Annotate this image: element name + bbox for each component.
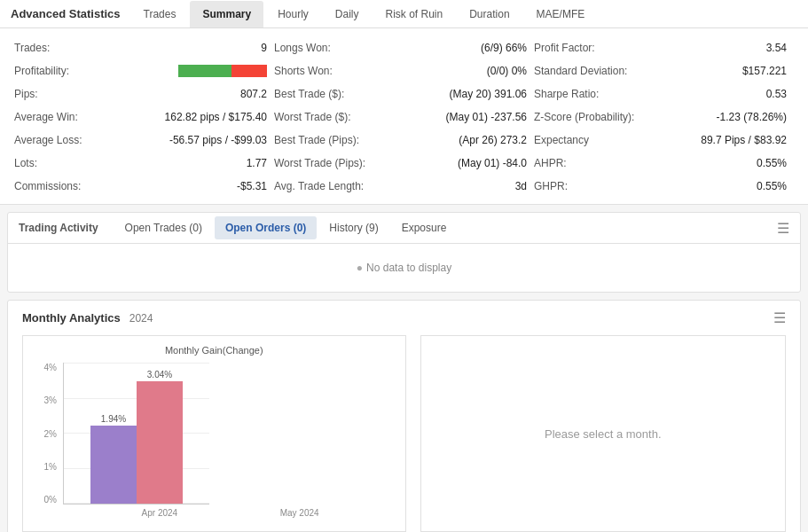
y-label-0: 0%	[32, 495, 57, 505]
stat-commissions-label: Commissions:	[14, 180, 81, 192]
stat-commissions-value: -$5.31	[237, 180, 267, 192]
stat-ahpr-label[interactable]: AHPR:	[534, 157, 567, 169]
stat-avg-trade-length: Avg. Trade Length: 3d	[274, 176, 534, 197]
stat-ahpr-value: 0.55%	[757, 157, 787, 169]
chart-inner: 1.94% 3.04%	[63, 363, 209, 505]
stats-section: Trades: 9 Profitability: Pips: 807.2 Ave…	[0, 28, 808, 205]
monthly-title-row: Monthly Analytics 2024	[22, 311, 153, 325]
stat-pips: Pips: 807.2	[14, 83, 274, 105]
stat-avg-loss-label: Average Loss:	[14, 134, 82, 146]
stat-sharpe-ratio-label[interactable]: Sharpe Ratio:	[534, 88, 599, 100]
monthly-analytics-section: Monthly Analytics 2024 ☰ Monthly Gain(Ch…	[7, 300, 801, 532]
stat-z-score-label[interactable]: Z-Score (Probability):	[534, 111, 634, 123]
stat-profit-factor-value: 3.54	[766, 42, 787, 54]
bar-apr	[90, 426, 137, 504]
trading-activity-section: Trading Activity Open Trades (0) Open Or…	[7, 212, 801, 293]
bar-may	[137, 381, 183, 504]
tab-exposure[interactable]: Exposure	[391, 216, 458, 239]
stat-best-trade-pips: Best Trade (Pips): (Apr 26) 273.2	[274, 129, 534, 151]
tab-summary[interactable]: Summary	[190, 1, 263, 27]
chart-container: 4% 3% 2% 1% 0%	[32, 363, 396, 522]
stat-longs-won-label: Longs Won:	[274, 42, 331, 54]
stat-trades-value: 9	[261, 42, 267, 54]
monthly-settings-icon[interactable]: ☰	[773, 309, 786, 326]
stat-trades-label: Trades:	[14, 42, 50, 54]
stat-commissions: Commissions: -$5.31	[14, 176, 274, 197]
stat-sharpe-ratio: Sharpe Ratio: 0.53	[534, 83, 794, 105]
stats-col-3: Profit Factor: 3.54 Standard Deviation: …	[534, 37, 794, 197]
stat-lots: Lots: 1.77	[14, 153, 274, 174]
tab-hourly[interactable]: Hourly	[265, 1, 321, 27]
y-label-4: 4%	[32, 363, 57, 372]
monthly-analytics-year: 2024	[129, 312, 153, 325]
stat-z-score: Z-Score (Probability): -1.23 (78.26%)	[534, 106, 794, 128]
stat-lots-label: Lots:	[14, 157, 37, 169]
page-title: Advanced Statistics	[7, 0, 129, 27]
stat-expectancy: Expectancy 89.7 Pips / $83.92	[534, 129, 794, 151]
tab-open-trades[interactable]: Open Trades (0)	[114, 216, 213, 239]
tab-trades[interactable]: Trades	[131, 1, 189, 27]
stats-col-2: Longs Won: (6/9) 66% Shorts Won: (0/0) 0…	[274, 37, 534, 197]
grid-line-4	[64, 363, 209, 364]
stat-expectancy-label[interactable]: Expectancy	[534, 134, 589, 146]
monthly-chart: Monthly Gain(Change) 4% 3% 2% 1% 0%	[22, 335, 406, 532]
stat-lots-value: 1.77	[247, 157, 267, 169]
stat-profit-factor: Profit Factor: 3.54	[534, 37, 794, 59]
monthly-content: Monthly Gain(Change) 4% 3% 2% 1% 0%	[22, 335, 786, 532]
tab-open-orders[interactable]: Open Orders (0)	[215, 216, 317, 239]
stat-worst-trade-dollar-value: (May 01) -237.56	[446, 111, 527, 123]
stat-worst-trade-pips: Worst Trade (Pips): (May 01) -84.0	[274, 153, 534, 174]
stat-z-score-value: -1.23 (78.26%)	[717, 111, 787, 123]
stat-best-trade-pips-label: Best Trade (Pips):	[274, 134, 359, 146]
stat-avg-loss-value: -56.57 pips / -$99.03	[169, 134, 267, 146]
profitability-bar	[178, 65, 267, 77]
stat-ghpr: GHPR: 0.55%	[534, 176, 794, 197]
stats-grid: Trades: 9 Profitability: Pips: 807.2 Ave…	[14, 37, 794, 197]
stat-worst-trade-pips-label: Worst Trade (Pips):	[274, 157, 365, 169]
trading-settings-icon[interactable]: ☰	[777, 220, 789, 237]
stat-trades: Trades: 9	[14, 37, 274, 59]
stat-avg-trade-length-value: 3d	[515, 180, 527, 192]
stat-shorts-won-value: (0/0) 0%	[487, 65, 527, 77]
bar-may-2024: 3.04%	[137, 370, 183, 504]
chart-y-labels: 4% 3% 2% 1% 0%	[32, 363, 57, 505]
stat-worst-trade-dollar: Worst Trade ($): (May 01) -237.56	[274, 106, 534, 128]
tab-daily[interactable]: Daily	[323, 1, 372, 27]
tab-risk-of-ruin[interactable]: Risk of Ruin	[373, 1, 456, 27]
stat-avg-win: Average Win: 162.82 pips / $175.40	[14, 106, 274, 128]
stat-best-trade-dollar-value: (May 20) 391.06	[450, 88, 527, 100]
stat-longs-won: Longs Won: (6/9) 66%	[274, 37, 534, 59]
stat-sharpe-ratio-value: 0.53	[766, 88, 787, 100]
stat-ghpr-label[interactable]: GHPR:	[534, 180, 568, 192]
bar-may-label-top: 3.04%	[147, 370, 172, 379]
stat-best-trade-dollar-label: Best Trade ($):	[274, 88, 344, 100]
y-label-1: 1%	[32, 462, 57, 472]
tab-history[interactable]: History (9)	[318, 216, 388, 239]
tab-mae-mfe[interactable]: MAE/MFE	[524, 1, 598, 27]
no-data-dot-icon: ●	[357, 262, 363, 274]
stat-profit-factor-label[interactable]: Profit Factor:	[534, 42, 595, 54]
no-data-text: No data to display	[366, 262, 451, 274]
stat-std-dev-value: $157.221	[742, 65, 787, 77]
select-month-area: Please select a month.	[420, 335, 787, 532]
stat-avg-loss: Average Loss: -56.57 pips / -$99.03	[14, 129, 274, 151]
stat-avg-trade-length-label: Avg. Trade Length:	[274, 180, 364, 192]
y-label-3: 3%	[32, 395, 57, 405]
stat-worst-trade-dollar-label: Worst Trade ($):	[274, 111, 350, 123]
stat-avg-win-label: Average Win:	[14, 111, 78, 123]
profitability-red	[231, 65, 267, 77]
stat-profitability-label: Profitability:	[14, 65, 69, 77]
monthly-analytics-title: Monthly Analytics	[22, 311, 121, 325]
stat-avg-win-value: 162.82 pips / $175.40	[165, 111, 267, 123]
stat-pips-value: 807.2	[240, 88, 267, 100]
stat-std-dev-label[interactable]: Standard Deviation:	[534, 65, 627, 77]
stat-shorts-won: Shorts Won: (0/0) 0%	[274, 60, 534, 82]
stat-std-dev: Standard Deviation: $157.221	[534, 60, 794, 82]
select-month-text: Please select a month.	[545, 427, 662, 441]
x-label-apr: Apr 2024	[137, 508, 183, 518]
no-data-message: ●No data to display	[8, 244, 800, 292]
chart-title: Monthly Gain(Change)	[32, 345, 396, 356]
tab-duration[interactable]: Duration	[457, 1, 522, 27]
top-navigation: Advanced Statistics Trades Summary Hourl…	[0, 0, 808, 28]
monthly-analytics-header: Monthly Analytics 2024 ☰	[22, 309, 786, 326]
